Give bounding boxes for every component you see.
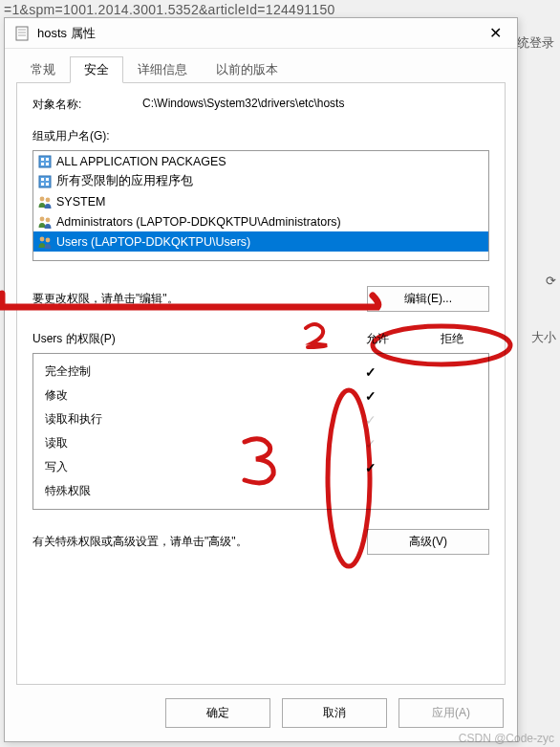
svg-rect-10 (41, 178, 44, 181)
permission-row: 完全控制✓ (35, 360, 486, 384)
object-name-label: 对象名称: (32, 97, 142, 113)
url-fragment: =1&spm=1001.2014.3001.5352&articleId=124… (4, 2, 335, 17)
svg-rect-6 (46, 158, 49, 161)
permissions-allow-header: 允许 (340, 331, 415, 347)
advanced-hint-text: 有关特殊权限或高级设置，请单击"高级"。 (32, 534, 367, 550)
file-icon (14, 26, 30, 41)
tab-previous-versions[interactable]: 以前的版本 (202, 56, 292, 83)
permission-name: 特殊权限 (45, 483, 335, 499)
security-tab-content: 对象名称: C:\Windows\System32\drivers\etc\ho… (16, 82, 506, 685)
bg-size-label: 大小 (531, 329, 556, 346)
ok-button[interactable]: 确定 (165, 698, 270, 728)
object-name-value: C:\Windows\System32\drivers\etc\hosts (142, 97, 344, 113)
users-icon (37, 234, 53, 250)
advanced-button[interactable]: 高级(V) (367, 529, 489, 555)
permission-row: 写入✓ (35, 455, 486, 479)
svg-point-19 (46, 237, 51, 242)
svg-rect-0 (16, 27, 28, 40)
permission-name: 读取 (45, 435, 335, 451)
tab-strip: 常规 安全 详细信息 以前的版本 (5, 49, 517, 83)
bg-login-text: 统登录 (517, 34, 554, 52)
bg-refresh: ⟳ (546, 274, 556, 288)
users-icon (37, 214, 53, 230)
list-item[interactable]: SYSTEM (33, 191, 488, 211)
dialog-title: hosts 属性 (37, 25, 96, 42)
users-icon (37, 194, 53, 209)
tab-general[interactable]: 常规 (16, 56, 70, 83)
list-item-label: SYSTEM (56, 195, 105, 209)
tab-security[interactable]: 安全 (70, 56, 123, 83)
permission-allow-check: ✓ (335, 412, 406, 428)
svg-rect-8 (46, 163, 49, 165)
advanced-hint-row: 有关特殊权限或高级设置，请单击"高级"。 高级(V) (32, 529, 489, 555)
list-item-label: ALL APPLICATION PACKAGES (56, 155, 226, 168)
svg-rect-4 (39, 156, 51, 167)
list-item-label: Administrators (LAPTOP-DDKQKTPU\Administ… (56, 215, 341, 229)
groups-listbox[interactable]: ALL APPLICATION PACKAGES所有受限制的应用程序包SYSTE… (32, 150, 489, 261)
object-name-row: 对象名称: C:\Windows\System32\drivers\etc\ho… (32, 97, 489, 113)
svg-rect-13 (46, 183, 49, 186)
permission-allow-check: ✓ (335, 388, 406, 404)
svg-point-18 (40, 236, 45, 241)
close-button[interactable]: ✕ (484, 24, 507, 42)
svg-rect-9 (39, 176, 51, 187)
svg-point-16 (40, 216, 45, 221)
edit-hint-text: 要更改权限，请单击"编辑"。 (32, 291, 367, 307)
permission-row: 读取和执行✓ (35, 407, 486, 431)
permission-allow-check: ✓ (335, 460, 406, 475)
edit-button[interactable]: 编辑(E)... (367, 286, 489, 312)
permission-name: 完全控制 (45, 363, 335, 380)
package-icon (37, 174, 53, 189)
permissions-header: Users 的权限(P) 允许 拒绝 (32, 331, 489, 347)
permission-row: 修改✓ (35, 384, 486, 407)
titlebar: hosts 属性 ✕ (5, 18, 517, 49)
svg-point-15 (46, 197, 51, 202)
permission-name: 修改 (45, 387, 335, 404)
permission-name: 读取和执行 (45, 411, 335, 428)
permission-allow-check: ✓ (335, 364, 406, 380)
permissions-listbox: 完全控制✓修改✓读取和执行✓读取✓写入✓特殊权限 (32, 353, 489, 510)
permission-allow-check: ✓ (335, 436, 406, 451)
svg-rect-5 (41, 158, 44, 161)
svg-rect-12 (41, 183, 44, 186)
permission-name: 写入 (45, 459, 335, 475)
groups-label: 组或用户名(G): (32, 128, 489, 144)
permission-row: 特殊权限 (35, 479, 486, 503)
list-item-label: Users (LAPTOP-DDKQKTPU\Users) (56, 235, 250, 249)
watermark: CSDN @Code-zyc (459, 732, 554, 745)
cancel-button[interactable]: 取消 (282, 698, 387, 728)
svg-rect-7 (41, 163, 44, 165)
edit-hint-row: 要更改权限，请单击"编辑"。 编辑(E)... (32, 286, 489, 312)
permissions-title: Users 的权限(P) (32, 331, 340, 347)
dialog-button-row: 确定 取消 应用(A) (5, 685, 517, 741)
list-item-label: 所有受限制的应用程序包 (56, 173, 193, 189)
list-item[interactable]: 所有受限制的应用程序包 (33, 171, 488, 191)
list-item[interactable]: ALL APPLICATION PACKAGES (33, 151, 488, 171)
permission-row: 读取✓ (35, 431, 486, 455)
properties-dialog: hosts 属性 ✕ 常规 安全 详细信息 以前的版本 对象名称: C:\Win… (4, 17, 518, 742)
svg-point-17 (46, 217, 51, 222)
list-item[interactable]: Users (LAPTOP-DDKQKTPU\Users) (33, 231, 488, 252)
list-item[interactable]: Administrators (LAPTOP-DDKQKTPU\Administ… (33, 211, 488, 231)
tab-details[interactable]: 详细信息 (123, 56, 202, 83)
permissions-deny-header: 拒绝 (415, 331, 489, 347)
apply-button[interactable]: 应用(A) (398, 698, 504, 728)
package-icon (37, 154, 53, 169)
svg-rect-11 (46, 178, 49, 181)
svg-point-14 (40, 196, 45, 201)
